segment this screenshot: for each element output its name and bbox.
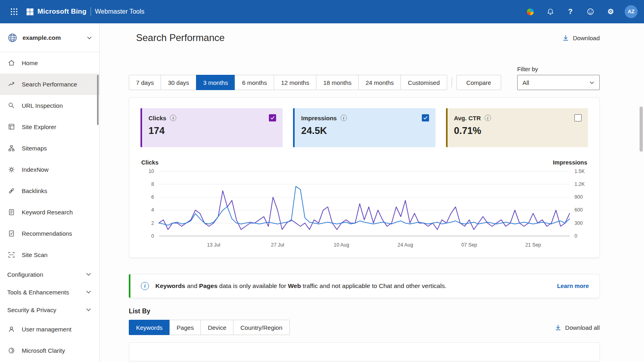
- range-tab-24-months[interactable]: 24 months: [358, 75, 401, 90]
- sidebar-item-label: URL Inspection: [22, 102, 63, 109]
- range-tab-12-months[interactable]: 12 months: [274, 75, 316, 90]
- svg-text:1.5K: 1.5K: [574, 169, 585, 174]
- sitemap-icon: [7, 144, 15, 152]
- sidebar-item-keyword-research[interactable]: Keyword Research: [0, 202, 99, 223]
- listby-tab-keywords[interactable]: Keywords: [129, 320, 170, 335]
- copilot-icon[interactable]: [522, 4, 538, 19]
- main: Search Performance Download 7 days30 day…: [100, 23, 644, 362]
- list-by-tabs: KeywordsPagesDeviceCountry/Region: [129, 320, 290, 335]
- listby-tab-device[interactable]: Device: [200, 320, 233, 335]
- site-selector[interactable]: example.com: [0, 23, 99, 52]
- listby-tab-pages[interactable]: Pages: [169, 320, 201, 335]
- sidebar-item-search-performance[interactable]: Search Performance: [0, 74, 99, 95]
- listby-tab-country-region[interactable]: Country/Region: [233, 320, 289, 335]
- feedback-smiley-icon[interactable]: [583, 4, 598, 19]
- sidebar-item-label: Recommendations: [22, 230, 72, 237]
- range-tab-30-days[interactable]: 30 days: [161, 75, 196, 90]
- metric-card-top: Avg. CTRi: [454, 114, 582, 121]
- sidebar-item-indexnow[interactable]: IndexNow: [0, 159, 99, 180]
- sidebar-item-user-management[interactable]: User management: [0, 319, 99, 340]
- download-all-button[interactable]: Download all: [555, 324, 600, 331]
- svg-text:6: 6: [151, 194, 154, 200]
- sidebar-item-label: Site Scan: [22, 251, 47, 258]
- brand-divider: [91, 7, 91, 16]
- download-button[interactable]: Download: [562, 35, 600, 41]
- sidebar-scrollbar[interactable]: [97, 75, 99, 125]
- info-icon[interactable]: i: [485, 115, 491, 121]
- svg-text:600: 600: [574, 207, 583, 213]
- link-icon: [7, 187, 15, 195]
- help-icon[interactable]: ?: [563, 4, 578, 19]
- date-range-tabs: 7 days30 days3 months6 months12 months18…: [129, 75, 447, 90]
- metric-card-impressions[interactable]: Impressionsi24.5K: [293, 108, 435, 147]
- metric-card-avg-ctr[interactable]: Avg. CTRi0.71%: [446, 108, 588, 147]
- globe-icon: [7, 33, 18, 43]
- sidebar-item-home[interactable]: Home: [0, 52, 99, 74]
- site-name: example.com: [23, 34, 61, 41]
- list-by-label: List By: [129, 308, 600, 315]
- download-label: Download: [573, 35, 600, 41]
- sidebar-item-label: Backlinks: [22, 187, 47, 194]
- sidebar-item-site-explorer[interactable]: Site Explorer: [0, 116, 99, 138]
- download-icon: [562, 35, 569, 41]
- sidebar-section-security-privacy[interactable]: Security & Privacy: [0, 301, 99, 319]
- sidebar-item-url-inspection[interactable]: URL Inspection: [0, 95, 99, 116]
- user-avatar[interactable]: AZ: [625, 5, 638, 18]
- scan-icon: [7, 251, 15, 259]
- topbar-actions: ? ⚙ AZ: [522, 4, 638, 19]
- sidebar-item-backlinks[interactable]: Backlinks: [0, 180, 99, 202]
- filter-by: Filter by All: [517, 66, 600, 90]
- sidebar-item-microsoft-clarity[interactable]: Microsoft Clarity: [0, 340, 99, 361]
- chevron-down-icon: [589, 80, 594, 85]
- app-launcher-icon[interactable]: [6, 4, 22, 19]
- compare-button[interactable]: Compare: [456, 75, 502, 90]
- settings-gear-icon[interactable]: ⚙: [603, 4, 618, 19]
- filter-select[interactable]: All: [517, 75, 600, 90]
- page-scrollbar[interactable]: [640, 107, 643, 152]
- microsoft-logo-icon: [27, 8, 33, 15]
- page-title: Search Performance: [136, 32, 225, 43]
- page-header: Search Performance Download: [100, 23, 644, 52]
- metric-card-clicks[interactable]: Clicksi174: [140, 108, 283, 147]
- metric-checkbox[interactable]: [422, 114, 429, 121]
- search-icon: [7, 102, 15, 110]
- range-tab-customised[interactable]: Customised: [400, 75, 447, 90]
- left-axis-title: Clicks: [141, 159, 159, 166]
- metric-card-top: Clicksi: [149, 114, 276, 121]
- sidebar-item-recommendations[interactable]: Recommendations: [0, 223, 99, 244]
- sidebar-item-label: IndexNow: [22, 166, 49, 173]
- info-icon[interactable]: i: [341, 115, 347, 121]
- performance-line-chart[interactable]: 024681003006009001.2K1.5K13 Jul27 Jul10 …: [140, 167, 588, 252]
- svg-text:27 Jul: 27 Jul: [271, 242, 284, 248]
- banner-text-segment: Pages: [199, 282, 218, 289]
- learn-more-link[interactable]: Learn more: [557, 283, 589, 289]
- right-axis-title: Impressions: [553, 159, 587, 166]
- divider: [452, 78, 452, 87]
- info-icon[interactable]: i: [170, 115, 176, 121]
- home-icon: [7, 59, 15, 67]
- sidebar-section-tools-enhancements[interactable]: Tools & Enhancements: [0, 283, 99, 301]
- sidebar-section-configuration[interactable]: Configuration: [0, 265, 99, 283]
- list-by-row: KeywordsPagesDeviceCountry/Region Downlo…: [129, 320, 600, 335]
- svg-text:1.2K: 1.2K: [574, 181, 585, 187]
- clarity-icon: [7, 347, 15, 355]
- sidebar-item-sitemaps[interactable]: Sitemaps: [0, 138, 99, 159]
- range-tab-7-days[interactable]: 7 days: [129, 75, 161, 90]
- metric-checkbox[interactable]: [269, 114, 276, 121]
- sidebar-item-label: Home: [22, 60, 38, 66]
- range-tab-3-months[interactable]: 3 months: [196, 75, 235, 90]
- sidebar-item-label: Search Performance: [22, 81, 77, 88]
- metric-value: 0.71%: [454, 125, 582, 136]
- chevron-down-icon: [86, 289, 91, 295]
- filter-select-value: All: [522, 79, 529, 86]
- range-tab-18-months[interactable]: 18 months: [316, 75, 359, 90]
- results-table-start: [129, 342, 600, 361]
- range-tab-6-months[interactable]: 6 months: [235, 75, 274, 90]
- sidebar-item-label: User management: [22, 326, 71, 333]
- banner-text-segment: Keywords: [155, 282, 185, 289]
- sidebar-item-site-scan[interactable]: Site Scan: [0, 244, 99, 265]
- notifications-bell-icon[interactable]: [543, 4, 558, 19]
- keyword-icon: [7, 208, 15, 216]
- metric-checkbox[interactable]: [574, 114, 582, 121]
- gear-icon: [7, 166, 15, 174]
